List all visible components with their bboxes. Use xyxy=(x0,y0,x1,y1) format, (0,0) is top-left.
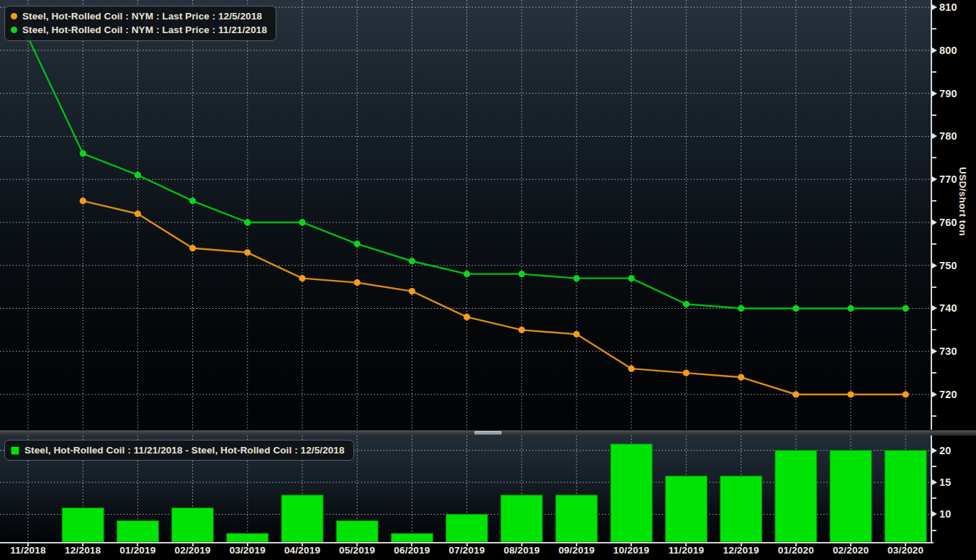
data-point-marker[interactable] xyxy=(80,150,86,157)
x-tick-label: 11/2018 xyxy=(1,545,55,556)
data-point-marker[interactable] xyxy=(847,305,854,312)
y-tick-label: 810 xyxy=(932,1,957,13)
spread-bar[interactable] xyxy=(336,520,378,542)
spread-bar[interactable] xyxy=(227,533,268,542)
data-point-marker[interactable] xyxy=(80,197,86,204)
data-point-marker[interactable] xyxy=(518,327,525,333)
y-tick-label: 780 xyxy=(932,130,957,142)
spread-bar[interactable] xyxy=(775,451,817,542)
panel-divider-handle[interactable] xyxy=(474,431,502,435)
data-point-marker[interactable] xyxy=(189,245,196,251)
data-point-marker[interactable] xyxy=(409,288,415,294)
spread-bar[interactable] xyxy=(117,520,158,542)
tick-arrow-icon xyxy=(932,133,937,139)
series-line xyxy=(28,37,905,308)
x-tick-label: 03/2020 xyxy=(878,545,933,556)
data-point-marker[interactable] xyxy=(354,279,361,286)
series-marker-square-icon xyxy=(11,446,19,455)
data-point-marker[interactable] xyxy=(903,305,909,312)
data-point-marker[interactable] xyxy=(244,249,250,256)
x-tick-label: 01/2019 xyxy=(110,545,165,556)
y-tick-label: 800 xyxy=(932,45,957,56)
spread-bar[interactable] xyxy=(172,508,214,542)
price-line-series-0[interactable] xyxy=(80,197,909,397)
x-tick-label: 01/2020 xyxy=(769,545,823,556)
data-point-marker[interactable] xyxy=(683,370,690,376)
legend-label: Steel, Hot-Rolled Coil : 11/21/2018 - St… xyxy=(24,445,345,456)
x-tick-label: 08/2019 xyxy=(494,545,549,556)
spread-legend[interactable]: Steel, Hot-Rolled Coil : 11/21/2018 - St… xyxy=(4,440,354,461)
data-point-marker[interactable] xyxy=(792,391,799,397)
price-legend[interactable]: Steel, Hot-Rolled Coil : NYM : Last Pric… xyxy=(4,6,276,41)
spread-bar[interactable] xyxy=(62,508,104,542)
y-tick-label: 790 xyxy=(932,88,957,99)
data-point-marker[interactable] xyxy=(299,219,305,225)
tick-arrow-icon xyxy=(932,448,937,453)
spread-bar[interactable] xyxy=(446,514,488,542)
spread-bar[interactable] xyxy=(610,444,652,542)
panel-divider[interactable] xyxy=(0,430,976,435)
y-minor-tick xyxy=(932,530,936,531)
chart-window: Steel, Hot-Rolled Coil : NYM : Last Pric… xyxy=(0,0,976,560)
data-point-marker[interactable] xyxy=(299,275,305,281)
tick-arrow-icon xyxy=(932,48,937,53)
data-point-marker[interactable] xyxy=(135,210,141,217)
x-tick-label: 10/2019 xyxy=(604,545,659,556)
data-point-marker[interactable] xyxy=(628,275,635,281)
y-minor-tick xyxy=(932,415,936,417)
data-point-marker[interactable] xyxy=(464,271,470,277)
y-tick-label: 770 xyxy=(932,173,957,185)
data-point-marker[interactable] xyxy=(135,172,141,179)
x-tick-label: 07/2019 xyxy=(440,545,494,556)
spread-bar[interactable] xyxy=(830,451,872,542)
y-tick-label: 10 xyxy=(932,508,952,520)
data-point-marker[interactable] xyxy=(628,366,635,372)
data-point-marker[interactable] xyxy=(189,197,196,204)
main-y-axis-line[interactable] xyxy=(931,0,932,430)
tick-arrow-icon xyxy=(932,392,937,397)
spread-bar[interactable] xyxy=(281,495,323,542)
spread-chart-panel[interactable]: Steel, Hot-Rolled Coil : 11/21/2018 - St… xyxy=(0,435,931,542)
data-point-marker[interactable] xyxy=(683,301,690,307)
spread-bar[interactable] xyxy=(501,495,543,542)
tick-arrow-icon xyxy=(932,91,937,96)
data-point-marker[interactable] xyxy=(792,305,799,312)
data-point-marker[interactable] xyxy=(573,331,579,338)
x-tick-label: 06/2019 xyxy=(384,545,439,556)
tick-arrow-icon xyxy=(932,511,937,517)
data-point-marker[interactable] xyxy=(464,314,470,320)
y-tick-label: 740 xyxy=(932,302,957,314)
y-minor-tick xyxy=(932,497,936,499)
series-marker-dot-icon xyxy=(11,13,17,19)
series-marker-dot-icon xyxy=(11,27,17,33)
x-tick-label: 09/2019 xyxy=(549,545,604,556)
tick-arrow-icon xyxy=(932,479,937,485)
data-point-marker[interactable] xyxy=(354,240,361,247)
price-chart-panel[interactable]: Steel, Hot-Rolled Coil : NYM : Last Pric… xyxy=(0,0,931,430)
tick-arrow-icon xyxy=(932,305,937,311)
tick-arrow-icon xyxy=(932,348,937,354)
legend-row-11-21-2018[interactable]: Steel, Hot-Rolled Coil : NYM : Last Pric… xyxy=(11,23,267,37)
legend-row-spread[interactable]: Steel, Hot-Rolled Coil : 11/21/2018 - St… xyxy=(11,443,345,457)
data-point-marker[interactable] xyxy=(903,391,909,397)
data-point-marker[interactable] xyxy=(738,305,744,312)
spread-bar[interactable] xyxy=(391,533,433,542)
data-point-marker[interactable] xyxy=(738,374,744,380)
data-point-marker[interactable] xyxy=(847,391,854,397)
legend-label: Steel, Hot-Rolled Coil : NYM : Last Pric… xyxy=(22,24,267,35)
spread-bar[interactable] xyxy=(556,495,597,542)
spread-bar[interactable] xyxy=(665,476,707,542)
data-point-marker[interactable] xyxy=(573,275,579,281)
y-tick-label: 730 xyxy=(932,346,957,357)
data-point-marker[interactable] xyxy=(244,219,250,225)
x-tick-label: 04/2019 xyxy=(275,545,330,556)
y-tick-label: 15 xyxy=(932,477,952,488)
data-point-marker[interactable] xyxy=(518,271,525,277)
spread-bar[interactable] xyxy=(720,476,762,542)
legend-row-12-5-2018[interactable]: Steel, Hot-Rolled Coil : NYM : Last Pric… xyxy=(11,9,267,23)
x-tick-label: 05/2019 xyxy=(330,545,384,556)
x-tick-label: 12/2019 xyxy=(714,545,769,556)
spread-bar[interactable] xyxy=(885,451,926,542)
data-point-marker[interactable] xyxy=(409,258,415,264)
series-line xyxy=(83,201,905,394)
